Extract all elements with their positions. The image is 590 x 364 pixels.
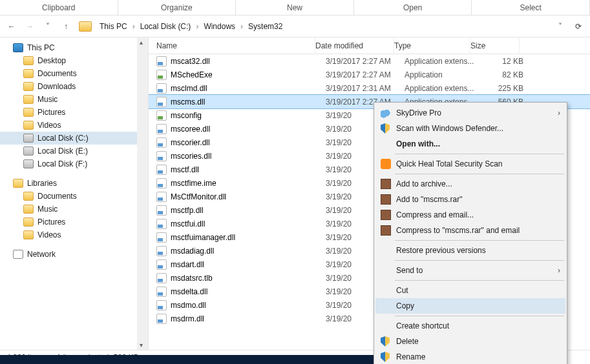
tree-label: This PC xyxy=(27,43,55,52)
tree-item[interactable]: Videos xyxy=(0,119,148,132)
ctx-delete[interactable]: Delete xyxy=(375,334,565,349)
tree-item[interactable]: Downloads xyxy=(0,80,148,93)
ribbon-new[interactable]: New xyxy=(236,0,354,15)
navigation-pane: This PC DesktopDocumentsDownloadsMusicPi… xyxy=(0,37,149,350)
tree-label: Music xyxy=(37,95,58,104)
file-icon xyxy=(156,151,167,161)
tree-item[interactable]: Local Disk (C:) xyxy=(0,132,148,145)
recent-dropdown[interactable]: ˅ xyxy=(40,19,56,34)
col-name[interactable]: Name xyxy=(149,37,315,54)
ribbon-clipboard[interactable]: Clipboard xyxy=(0,0,118,15)
chevron-right-icon: › xyxy=(558,266,560,275)
tree-item[interactable]: Music xyxy=(0,203,148,216)
ribbon-select[interactable]: Select xyxy=(472,0,590,15)
ctx-defender[interactable]: Scan with Windows Defender... xyxy=(375,121,565,136)
address-dropdown[interactable]: ˅ xyxy=(553,19,568,34)
folder-icon xyxy=(23,217,34,227)
tree-network[interactable]: Network xyxy=(0,248,148,261)
back-button[interactable]: ← xyxy=(4,19,19,34)
refresh-button[interactable]: ⟳ xyxy=(571,22,586,31)
col-date[interactable]: Date modified xyxy=(315,37,394,54)
ctx-openwith[interactable]: Open with... xyxy=(375,136,565,152)
ctx-sendto[interactable]: Send to› xyxy=(375,263,565,278)
ctx-quickheal[interactable]: Quick Heal Total Security Scan xyxy=(375,156,565,172)
ribbon-organize[interactable]: Organize xyxy=(118,0,237,15)
breadcrumb[interactable]: This PC›Local Disk (C:)›Windows›System32 xyxy=(97,21,550,32)
folder-icon xyxy=(23,192,34,201)
tree-item[interactable]: Local Disk (E:) xyxy=(0,145,148,157)
ctx-shortcut[interactable]: Create shortcut xyxy=(375,318,565,334)
tree-item[interactable]: Documents xyxy=(0,190,148,203)
file-icon xyxy=(156,83,167,94)
col-type[interactable]: Type xyxy=(394,37,470,54)
tree-label: Local Disk (F:) xyxy=(37,159,87,168)
file-icon xyxy=(156,137,167,148)
tree-libraries[interactable]: Libraries xyxy=(0,177,148,190)
crumb[interactable]: Local Disk (C:) xyxy=(138,21,194,32)
file-name: msdelta.dll xyxy=(171,287,326,296)
drive-icon xyxy=(23,159,34,168)
folder-icon xyxy=(23,230,34,239)
ctx-email[interactable]: Compress and email... xyxy=(375,207,565,223)
folder-icon xyxy=(23,108,34,117)
quickheal-icon xyxy=(381,159,391,169)
tree-item[interactable]: Local Disk (F:) xyxy=(0,157,148,170)
file-name: msdadiag.dll xyxy=(171,247,326,256)
tree-label: Downloads xyxy=(37,82,76,91)
file-icon xyxy=(156,259,167,270)
file-name: msctfime.ime xyxy=(171,179,326,188)
col-size[interactable]: Size xyxy=(470,37,520,54)
ctx-restore[interactable]: Restore previous versions xyxy=(375,243,565,258)
ctx-skydrive[interactable]: SkyDrive Pro› xyxy=(375,105,565,121)
file-icon xyxy=(156,273,167,283)
tree-item[interactable]: Pictures xyxy=(0,106,148,119)
tree-label: Music xyxy=(37,205,58,214)
sidebar-scrollbar[interactable] xyxy=(137,37,148,350)
tree-item[interactable]: Music xyxy=(0,93,148,106)
tree-item[interactable]: Videos xyxy=(0,228,148,241)
ctx-copy[interactable]: Copy xyxy=(375,298,565,314)
drive-icon xyxy=(23,147,34,156)
folder-icon xyxy=(23,205,34,214)
ctx-archive[interactable]: Add to archive... xyxy=(375,176,565,192)
file-icon xyxy=(156,192,167,202)
tree-label: Documents xyxy=(37,69,77,78)
ctx-emailrar[interactable]: Compress to "mscms.rar" and email xyxy=(375,223,565,238)
tree-item[interactable]: Desktop xyxy=(0,54,148,67)
file-icon xyxy=(156,205,167,216)
file-row[interactable]: msclmd.dll3/19/2017 2:31 AMApplication e… xyxy=(149,81,590,95)
crumb[interactable]: This PC xyxy=(97,21,130,32)
tree-label: Videos xyxy=(37,121,61,130)
ctx-addrar[interactable]: Add to "mscms.rar" xyxy=(375,192,565,207)
tree-item[interactable]: Pictures xyxy=(0,216,148,228)
context-menu: SkyDrive Pro› Scan with Windows Defender… xyxy=(374,102,567,364)
file-icon xyxy=(156,300,167,310)
file-row[interactable]: MSchedExe3/19/2017 2:27 AMApplication82 … xyxy=(149,68,590,81)
ctx-cut[interactable]: Cut xyxy=(375,283,565,298)
file-name: msdatsrc.tlb xyxy=(171,274,326,283)
tree-label: Libraries xyxy=(27,179,57,188)
file-name: mscat32.dll xyxy=(171,57,326,66)
tree-this-pc[interactable]: This PC xyxy=(0,41,148,54)
file-type: Application extens... xyxy=(405,84,481,93)
drive-icon xyxy=(23,134,34,143)
file-icon xyxy=(156,232,167,243)
forward-button[interactable]: → xyxy=(22,19,37,34)
chevron-right-icon: › xyxy=(195,22,200,31)
crumb[interactable]: Windows xyxy=(201,21,238,32)
file-icon xyxy=(156,165,167,175)
file-name: mscms.dll xyxy=(171,97,326,106)
file-icon xyxy=(156,219,167,229)
ctx-rename[interactable]: Rename xyxy=(375,349,565,364)
ribbon-open[interactable]: Open xyxy=(354,0,472,15)
rar-icon xyxy=(381,210,391,220)
file-size: 12 KB xyxy=(481,57,523,66)
shield-icon xyxy=(381,123,390,134)
tree-item[interactable]: Documents xyxy=(0,67,148,80)
file-row[interactable]: mscat32.dll3/19/2017 2:27 AMApplication … xyxy=(149,54,590,68)
file-name: msclmd.dll xyxy=(171,84,326,93)
crumb[interactable]: System32 xyxy=(246,21,285,32)
rar-icon xyxy=(381,225,391,236)
chevron-right-icon: › xyxy=(239,22,244,31)
up-button[interactable]: ↑ xyxy=(58,19,74,34)
